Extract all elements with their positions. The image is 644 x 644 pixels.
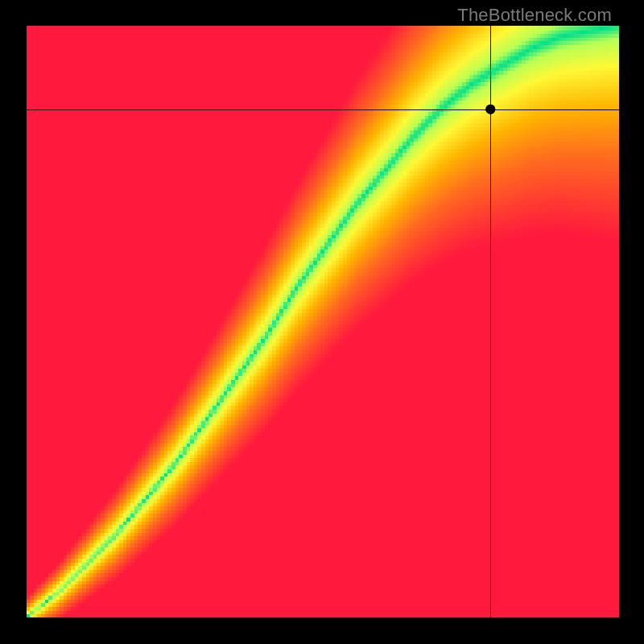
watermark-text: TheBottleneck.com — [457, 5, 612, 26]
chart-container: TheBottleneck.com — [0, 0, 644, 644]
heatmap-canvas — [0, 0, 644, 644]
